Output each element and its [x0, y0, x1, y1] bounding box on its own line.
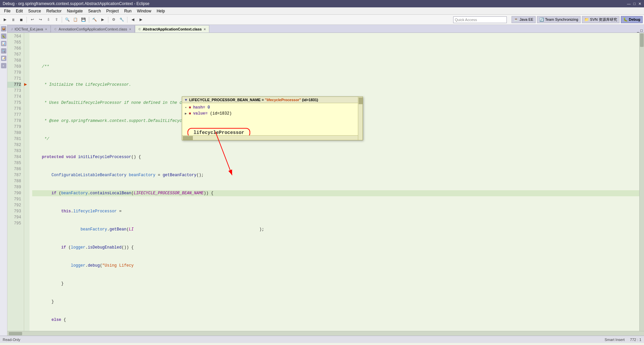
persp-svn-btn[interactable]: 📁 SVN 资源库研究: [582, 16, 620, 23]
toolbar-btn-9[interactable]: 📋: [72, 16, 79, 23]
tab-label-3: AbstractApplicationContext.class: [143, 27, 202, 31]
tooltip-popup: ▼ LIFECYCLE_PROCESSOR_BEAN_NAME = "lifec…: [182, 96, 363, 140]
tooltip-row-1: ▪ ■ hash= 0: [185, 105, 358, 111]
toolbar-btn-6[interactable]: ⇩: [45, 16, 52, 23]
editor-area: J IOCTest_Ext.java × C AnnotationConfigA…: [7, 25, 644, 336]
tooltip-icon-1: ■: [189, 106, 191, 110]
toolbar-btn-4[interactable]: ↩: [29, 16, 36, 23]
code-line-779: else {: [32, 317, 639, 323]
tab-close-2[interactable]: ×: [129, 27, 131, 31]
menu-source[interactable]: Source: [25, 8, 44, 14]
toolbar-btn-14[interactable]: 🔧: [118, 16, 125, 23]
persp-teamsync-btn[interactable]: 🔄 Team Synchronizing: [537, 16, 581, 23]
left-icon-5[interactable]: 📝: [1, 56, 6, 61]
toolbar-btn-5[interactable]: ↪: [37, 16, 44, 23]
persp-debug-btn[interactable]: 🐛 Debug: [621, 16, 643, 23]
code-view: 764 765 766 767 768 769 770 771 772 773 …: [7, 33, 644, 331]
status-position: 772 : 1: [630, 338, 641, 342]
status-insert-mode: Smart Insert: [604, 338, 625, 342]
code-line-777: }: [32, 281, 639, 287]
perspective-area: ☕ Java EE 🔄 Team Synchronizing 📁 SVN 资源库…: [512, 16, 643, 23]
menu-search[interactable]: Search: [86, 8, 104, 14]
code-line-771: ConfigurableListableBeanFactory beanFact…: [32, 172, 639, 178]
menu-edit[interactable]: Edit: [13, 8, 25, 14]
menubar: File Edit Source Refactor Navigate Searc…: [0, 7, 644, 15]
menu-help[interactable]: Help: [154, 8, 168, 14]
tooltip-row-2: ▶ ■ value= (id=1832): [185, 111, 358, 117]
tooltip-hscrollbar[interactable]: [182, 135, 358, 140]
titlebar-title: Debug - org.springframework.context.supp…: [3, 1, 150, 6]
toolbar-btn-10[interactable]: 💾: [80, 16, 87, 23]
menu-file[interactable]: File: [1, 8, 13, 14]
toolbar-sep-1: [26, 17, 27, 23]
toolbar-btn-2[interactable]: ⏸: [9, 16, 17, 23]
tooltip-icon-2: ■: [189, 112, 191, 116]
toolbar-sep-3: [89, 17, 89, 23]
tooltip-expand-1[interactable]: ▪: [185, 106, 187, 110]
tooltip-vscrollbar[interactable]: [358, 97, 363, 140]
toolbar-sep-2: [62, 17, 62, 23]
menu-project[interactable]: Project: [104, 8, 121, 14]
tooltip-expand-icon[interactable]: ▼: [184, 98, 188, 102]
tab-close-1[interactable]: ×: [45, 27, 47, 31]
tooltip-header-text: LIFECYCLE_PROCESSOR_BEAN_NAME = "lifecyc…: [189, 98, 318, 102]
tooltip-key-2: value= (id=1832): [193, 111, 232, 116]
titlebar-controls[interactable]: — □ ✕: [627, 2, 641, 6]
left-icon-4[interactable]: 🔍: [1, 48, 6, 54]
tooltip-vscroll-thumb[interactable]: [359, 97, 363, 104]
tooltip-expand-2[interactable]: ▶: [185, 112, 187, 116]
code-line-765: /**: [32, 64, 639, 70]
code-content[interactable]: /** * Initialize the LifecycleProcessor.…: [30, 33, 639, 331]
code-line-778: }: [32, 299, 639, 305]
left-icon-1[interactable]: 📦: [1, 26, 6, 31]
code-line-776: logger.debug("Using Lifecy: [32, 263, 639, 269]
minimize-button[interactable]: —: [627, 2, 631, 6]
toolbar-btn-8[interactable]: 🔍: [64, 16, 71, 23]
statusbar: Read-Only Smart Insert 772 : 1: [0, 336, 644, 343]
menu-refactor[interactable]: Refactor: [44, 8, 64, 14]
toolbar-btn-16[interactable]: ▶: [137, 16, 145, 23]
toolbar-btn-3[interactable]: ⏹: [17, 16, 25, 23]
code-line-766: * Initialize the LifecycleProcessor.: [32, 82, 639, 88]
tooltip-highlighted-area: lifecycleProcessor: [187, 130, 358, 135]
left-icon-6[interactable]: ≡: [1, 63, 6, 68]
maximize-button[interactable]: □: [633, 2, 636, 6]
code-line-774: beanFactory.getBean(LI );: [32, 226, 639, 232]
tab-abstractapp[interactable]: C AbstractApplicationContext.class ×: [135, 25, 209, 32]
tab-maximize-btn[interactable]: □: [640, 28, 643, 32]
tab-label-1: IOCTest_Ext.java: [15, 27, 43, 31]
toolbar-btn-12[interactable]: ▶: [99, 16, 106, 23]
tab-minimize-btn[interactable]: _: [637, 28, 639, 32]
code-line-775: if (logger.isDebugEnabled()) {: [32, 245, 639, 251]
tab-annotationconfig[interactable]: C AnnotationConfigApplicationContext.cla…: [51, 25, 135, 32]
menu-navigate[interactable]: Navigate: [64, 8, 85, 14]
toolbar-btn-7[interactable]: ⇪: [53, 16, 60, 23]
menu-run[interactable]: Run: [121, 8, 134, 14]
tab-label-2: AnnotationConfigApplicationContext.class: [59, 27, 127, 31]
debug-arrow-icon: ▶: [24, 81, 27, 87]
tab-close-3[interactable]: ×: [204, 27, 206, 31]
status-mode: Read-Only: [3, 338, 20, 342]
vscroll-thumb[interactable]: [640, 33, 644, 47]
toolbar-btn-1[interactable]: ▶: [1, 16, 9, 23]
debug-marker-col: ▶: [24, 33, 30, 331]
toolbar-btn-13[interactable]: ⚙: [110, 16, 117, 23]
toolbar-sep-5: [127, 17, 127, 23]
horizontal-scrollbar[interactable]: [7, 331, 644, 336]
menu-window[interactable]: Window: [134, 8, 154, 14]
toolbar-sep-4: [108, 17, 108, 23]
left-icon-3[interactable]: 📊: [1, 41, 6, 46]
toolbar-btn-11[interactable]: 🔨: [91, 16, 98, 23]
titlebar: Debug - org.springframework.context.supp…: [0, 0, 644, 7]
tab-ioctest[interactable]: J IOCTest_Ext.java ×: [7, 25, 51, 32]
statusbar-right: Smart Insert 772 : 1: [604, 338, 641, 342]
hscroll-thumb[interactable]: [9, 332, 22, 335]
vertical-scrollbar[interactable]: [639, 33, 644, 331]
tooltip-hscroll-thumb[interactable]: [183, 136, 193, 140]
toolbar-btn-15[interactable]: ◀: [129, 16, 137, 23]
line-numbers: 764 765 766 767 768 769 770 771 772 773 …: [7, 33, 24, 331]
close-button[interactable]: ✕: [638, 2, 641, 6]
persp-javaee-btn[interactable]: ☕ Java EE: [512, 16, 536, 23]
left-icon-2[interactable]: 🐛: [1, 33, 6, 39]
quick-access-box[interactable]: Quick Access: [453, 16, 507, 23]
